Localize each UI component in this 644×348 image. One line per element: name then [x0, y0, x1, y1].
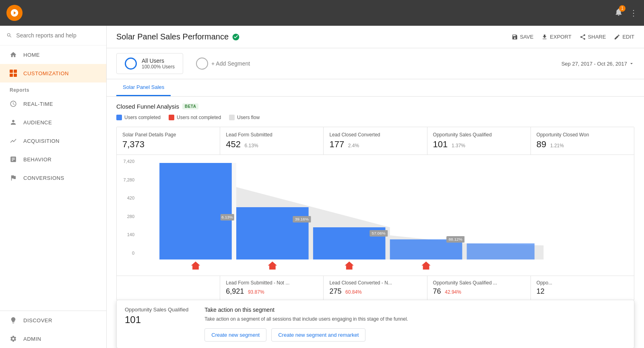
beta-badge: BETA	[182, 103, 198, 109]
sidebar-item-home[interactable]: HOME	[0, 45, 106, 64]
dropoff5-count-row: 12	[537, 287, 628, 296]
y-label-3: 420	[127, 196, 134, 200]
tooltip-left: Opportunity Sales Qualified 101	[125, 307, 188, 342]
tooltip-right: Take action on this segment Take action …	[204, 307, 626, 342]
acquisition-icon	[10, 137, 17, 144]
sidebar-item-discover[interactable]: DISCOVER	[0, 311, 106, 329]
notification-badge: 1	[619, 5, 625, 12]
y-label-4: 280	[127, 214, 134, 219]
sidebar-bottom: DISCOVER ADMIN	[0, 311, 106, 348]
tab-solar-panel-sales[interactable]: Solar Panel Sales	[116, 79, 171, 96]
y-label-6: 0	[132, 251, 134, 255]
flag-icon	[10, 174, 17, 181]
sidebar-admin-label: ADMIN	[23, 336, 41, 342]
svg-marker-26	[345, 262, 353, 266]
dropoff5-count: 12	[537, 287, 545, 295]
svg-text:57.06%: 57.06%	[372, 231, 386, 235]
funnel-step-headers: Solar Panel Details Page 7,373 Lead Form…	[117, 127, 634, 155]
step1-count-row: 7,373	[122, 139, 214, 150]
sidebar-item-admin[interactable]: ADMIN	[0, 329, 106, 348]
svg-rect-6	[236, 207, 309, 259]
funnel-col-1: Solar Panel Details Page 7,373	[117, 127, 220, 154]
report-area: Closed Funnel Analysis BETA Users comple…	[107, 97, 644, 348]
sidebar-item-customization-label: CUSTOMIZATION	[23, 70, 69, 76]
chart-visualization: 7,420 7,280 420 280 140 0	[117, 155, 634, 276]
funnel-col-2: Lead Form Submitted 452 6.13%	[220, 127, 324, 154]
add-segment-button[interactable]: + Add Segment	[188, 54, 258, 74]
export-label: EXPORT	[550, 34, 571, 40]
notification-button[interactable]: 1	[614, 8, 623, 19]
date-range-text: Sep 27, 2017 - Oct 26, 2017	[561, 61, 627, 67]
header-actions: SAVE EXPORT SHARE EDIT	[512, 34, 634, 40]
svg-rect-25	[269, 266, 276, 270]
segment-circle	[125, 58, 137, 70]
sidebar-realtime-label: REAL-TIME	[23, 101, 53, 107]
legend-label-not-completed: Users not completed	[177, 115, 221, 120]
share-icon	[580, 34, 586, 40]
tooltip-action-title: Take action on this segment	[204, 307, 626, 313]
tooltip-buttons: Create new segment Create new segment an…	[204, 328, 626, 342]
search-input[interactable]	[16, 32, 100, 39]
step5-count: 89	[537, 139, 546, 149]
content-header: Solar Panel Sales Performance SAVE EXPOR…	[107, 26, 644, 48]
sidebar-item-acquisition[interactable]: ACQUISITION	[0, 132, 106, 150]
app-logo[interactable]	[6, 5, 23, 21]
step1-title: Solar Panel Details Page	[122, 132, 214, 138]
dropoff-col-4: Opportunity Sales Qualified ... 76 42.94…	[427, 276, 531, 300]
edit-icon	[614, 34, 620, 40]
dropoff4-title: Opportunity Sales Qualified ...	[433, 280, 525, 286]
date-range-picker[interactable]: Sep 27, 2017 - Oct 26, 2017	[561, 61, 634, 67]
page-title: Solar Panel Sales Performance	[116, 32, 240, 41]
share-button[interactable]: SHARE	[580, 34, 606, 40]
segment-sub: 100.00% Users	[142, 64, 175, 70]
save-label: SAVE	[520, 34, 534, 40]
legend-box-red	[169, 115, 174, 120]
step4-pct: 1.37%	[452, 143, 465, 148]
legend-users-completed: Users completed	[116, 115, 161, 120]
sidebar-item-audience[interactable]: AUDIENCE	[0, 113, 106, 132]
dropoff2-pct: 93.87%	[248, 289, 264, 295]
y-label-2: 7,280	[123, 177, 134, 182]
dropoff4-pct: 42.94%	[445, 289, 461, 295]
step1-count: 7,373	[122, 139, 144, 149]
step4-count-row: 101 1.37%	[433, 139, 525, 150]
logo-icon	[10, 8, 19, 17]
sidebar-item-behavior[interactable]: BEHAVIOR	[0, 150, 106, 169]
legend-label-completed: Users completed	[124, 115, 161, 120]
sidebar-item-home-label: HOME	[23, 52, 40, 58]
svg-rect-9	[467, 243, 535, 259]
svg-text:88.12%: 88.12%	[448, 237, 462, 241]
sidebar-item-realtime[interactable]: REAL-TIME	[0, 95, 106, 113]
legend-label-flow: Users flow	[237, 115, 260, 120]
sidebar-item-customization[interactable]: CUSTOMIZATION	[0, 64, 106, 82]
dropoff5-title: Oppo...	[537, 280, 628, 286]
share-label: SHARE	[588, 34, 606, 40]
tooltip-action-desc: Take action on a segment of all sessions…	[204, 315, 626, 323]
step4-count: 101	[433, 139, 448, 149]
legend-box-gray	[229, 115, 235, 120]
export-button[interactable]: EXPORT	[541, 34, 571, 40]
step5-title: Opportunity Closed Won	[537, 132, 628, 138]
create-segment-remarket-button[interactable]: Create new segment and remarket	[271, 328, 365, 342]
tab-bar: Solar Panel Sales	[107, 79, 644, 97]
segment-tooltip: Opportunity Sales Qualified 101 Take act…	[116, 300, 634, 348]
step2-title: Lead Form Submitted	[226, 132, 318, 138]
step2-count-row: 452 6.13%	[226, 139, 318, 150]
legend-users-flow: Users flow	[229, 115, 260, 120]
legend-users-not-completed: Users not completed	[169, 115, 221, 120]
save-button[interactable]: SAVE	[512, 34, 534, 40]
step3-count-row: 177 2.4%	[329, 139, 421, 150]
create-segment-button[interactable]: Create new segment	[204, 328, 266, 342]
more-menu-button[interactable]: ⋮	[630, 8, 638, 18]
segment-all-users[interactable]: All Users 100.00% Users	[116, 53, 183, 74]
tooltip-count: 101	[125, 314, 188, 325]
dropoff-col-2: Lead Form Submitted - Not ... 6,921 93.8…	[220, 276, 324, 300]
edit-button[interactable]: EDIT	[614, 34, 634, 40]
gear-icon	[10, 335, 17, 342]
y-label-5: 140	[127, 232, 134, 237]
funnel-header: Closed Funnel Analysis BETA	[116, 103, 634, 110]
dropoff2-title: Lead Form Submitted - Not ...	[226, 280, 318, 286]
sidebar-item-conversions[interactable]: CONVERSIONS	[0, 169, 106, 187]
add-segment-label: + Add Segment	[211, 60, 250, 67]
dropoff-col-3: Lead Closed Converted - N... 275 60.84%	[324, 276, 427, 300]
